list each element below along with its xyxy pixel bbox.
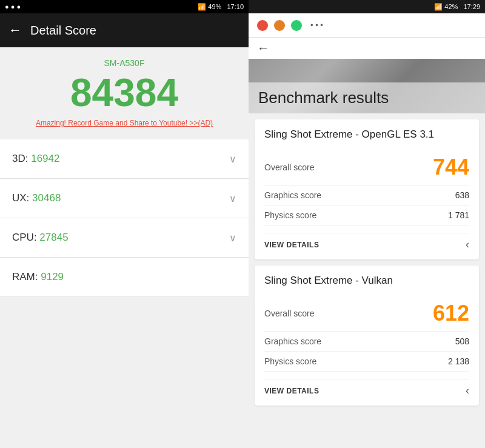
page-title: Detail Score	[30, 24, 96, 38]
score-row-ux[interactable]: UX: 30468 ∨	[0, 179, 249, 218]
overall-label-opengl: Overall score	[264, 162, 314, 172]
graphics-label-vulkan: Graphics score	[264, 336, 321, 346]
physics-label-vulkan: Physics score	[264, 356, 316, 366]
nav-circle-orange[interactable]	[274, 20, 285, 31]
card-title-vulkan: Sling Shot Extreme - Vulkan	[264, 274, 469, 287]
view-details-button-opengl[interactable]: VIEW DETAILS	[264, 241, 319, 249]
chevron-ux-icon: ∨	[229, 193, 236, 204]
back-button-left[interactable]: ←	[8, 22, 22, 38]
score-label-3d: 3D: 16942	[12, 153, 59, 165]
score-row-3d[interactable]: 3D: 16942 ∨	[0, 139, 249, 179]
score-value-ux: 30468	[32, 192, 61, 204]
overall-value-opengl: 744	[433, 155, 469, 180]
benchmark-card-opengl: Sling Shot Extreme - OpenGL ES 3.1 Overa…	[255, 119, 479, 259]
card-footer-opengl: VIEW DETAILS ‹	[264, 233, 469, 251]
score-label-cpu: CPU: 27845	[12, 232, 69, 244]
card-row-overall-opengl: Overall score 744	[264, 150, 469, 186]
score-value-ram: 9129	[41, 271, 64, 283]
card-row-graphics-opengl: Graphics score 638	[264, 186, 469, 206]
card-row-physics-opengl: Physics score 1 781	[264, 206, 469, 226]
content-left: SM-A530F 84384 Amazing! Record Game and …	[0, 47, 249, 448]
share-icon-opengl[interactable]: ‹	[466, 238, 469, 251]
view-details-button-vulkan[interactable]: VIEW DETAILS	[264, 387, 319, 395]
card-row-overall-vulkan: Overall score 612	[264, 296, 469, 332]
right-status-info: 📶 49% 17:10	[198, 3, 244, 11]
device-name: SM-A530F	[104, 58, 145, 68]
benchmark-scroll-area[interactable]: Sling Shot Extreme - OpenGL ES 3.1 Overa…	[249, 113, 485, 448]
main-score: 84384	[70, 72, 178, 114]
chevron-3d-icon: ∨	[229, 153, 236, 165]
graphics-value-vulkan: 508	[455, 336, 469, 346]
status-bar-left: ● ● ● 📶 49% 17:10	[0, 0, 249, 13]
battery-signal: 📶 49%	[198, 3, 221, 10]
graphics-label-opengl: Graphics score	[264, 190, 321, 200]
benchmark-hero-title: Benchmark results	[249, 82, 485, 113]
left-status-icons: ● ● ●	[5, 3, 21, 10]
card-row-graphics-vulkan: Graphics score 508	[264, 332, 469, 352]
card-footer-vulkan: VIEW DETAILS ‹	[264, 379, 469, 397]
app-icons: ● ● ●	[5, 3, 21, 10]
top-bar-left: ← Detail Score	[0, 13, 249, 47]
left-panel: ● ● ● 📶 49% 17:10 ← Detail Score SM-A530…	[0, 0, 249, 448]
score-row-ram[interactable]: RAM: 9129	[0, 258, 249, 297]
physics-value-vulkan: 2 138	[448, 356, 469, 366]
overall-label-vulkan: Overall score	[264, 309, 314, 318]
right-panel: 📶 42% 17:29 • • • ← Benchmark results Sl…	[249, 0, 485, 448]
card-title-opengl: Sling Shot Extreme - OpenGL ES 3.1	[264, 128, 469, 141]
nav-circle-green[interactable]	[291, 20, 302, 31]
graphics-value-opengl: 638	[455, 190, 469, 200]
right-status-info: 📶 42% 17:29	[434, 3, 480, 11]
physics-value-opengl: 1 781	[448, 210, 469, 220]
more-options-dots[interactable]: • • •	[310, 21, 323, 30]
ad-text[interactable]: Amazing! Record Game and Share to Youtub…	[36, 119, 213, 127]
right-time: 17:29	[463, 3, 480, 10]
score-value-3d: 16942	[31, 153, 59, 164]
right-signal: 📶 42%	[434, 3, 458, 10]
status-bar-right: 📶 42% 17:29	[249, 0, 485, 13]
score-value-cpu: 27845	[39, 232, 68, 243]
benchmark-card-vulkan: Sling Shot Extreme - Vulkan Overall scor…	[255, 266, 479, 406]
card-row-physics-vulkan: Physics score 2 138	[264, 352, 469, 372]
score-label-ux: UX: 30468	[12, 192, 61, 204]
score-label-ram: RAM: 9129	[12, 271, 64, 283]
overall-value-vulkan: 612	[433, 301, 469, 326]
share-icon-vulkan[interactable]: ‹	[466, 384, 469, 397]
chevron-cpu-icon: ∨	[229, 232, 236, 244]
time-left: 17:10	[227, 3, 244, 10]
browser-nav-bar: • • •	[249, 13, 485, 38]
benchmark-hero: Benchmark results	[249, 59, 485, 113]
physics-label-opengl: Physics score	[264, 210, 316, 220]
score-rows: 3D: 16942 ∨ UX: 30468 ∨ CPU: 27845 ∨ RAM…	[0, 139, 249, 297]
score-row-cpu[interactable]: CPU: 27845 ∨	[0, 218, 249, 258]
nav-circle-red[interactable]	[257, 20, 268, 31]
back-button-right[interactable]: ←	[249, 38, 485, 59]
